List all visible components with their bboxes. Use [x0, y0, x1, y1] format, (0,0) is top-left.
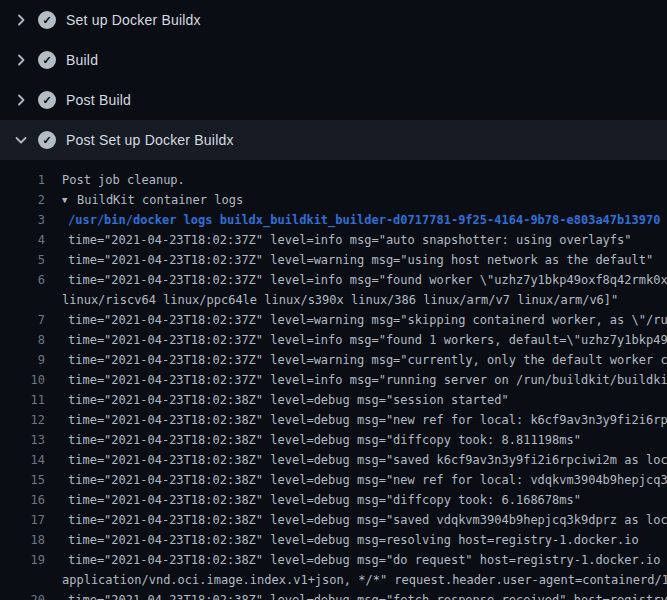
log-text: time="2021-04-23T18:02:38Z" level=debug … [68, 550, 667, 570]
check-circle-icon: ✓ [38, 131, 56, 149]
log-text: time="2021-04-23T18:02:38Z" level=debug … [68, 530, 639, 550]
line-number[interactable]: 8 [0, 330, 45, 350]
line-number[interactable]: 9 [0, 350, 45, 370]
step-header-post-setup-docker-buildx[interactable]: ✓Post Set up Docker Buildx [0, 120, 667, 160]
log-line: 15time="2021-04-23T18:02:38Z" level=debu… [0, 470, 667, 490]
log-line: 17time="2021-04-23T18:02:38Z" level=debu… [0, 510, 667, 530]
chevron-right-icon[interactable] [13, 12, 29, 28]
log-text: ▼BuildKit container logs [62, 190, 243, 210]
log-text: time="2021-04-23T18:02:38Z" level=debug … [68, 590, 667, 600]
log-text: time="2021-04-23T18:02:38Z" level=debug … [68, 410, 667, 430]
line-number[interactable]: 16 [0, 490, 45, 510]
log-text: time="2021-04-23T18:02:37Z" level=info m… [68, 270, 667, 290]
log-text: time="2021-04-23T18:02:38Z" level=debug … [68, 430, 581, 450]
log-text: time="2021-04-23T18:02:38Z" level=debug … [68, 450, 667, 470]
log-line: 5time="2021-04-23T18:02:37Z" level=warni… [0, 250, 667, 270]
check-circle-icon: ✓ [38, 11, 56, 29]
line-number[interactable]: 18 [0, 530, 45, 550]
step-title: Post Build [66, 92, 131, 108]
log-command-text: /usr/bin/docker logs buildx_buildkit_bui… [68, 210, 660, 230]
log-line: 9time="2021-04-23T18:02:37Z" level=warni… [0, 350, 667, 370]
step-log-output: 1Post job cleanup.2▼BuildKit container l… [0, 160, 667, 600]
chevron-right-icon[interactable] [13, 52, 29, 68]
log-line: 8time="2021-04-23T18:02:37Z" level=info … [0, 330, 667, 350]
log-text: time="2021-04-23T18:02:38Z" level=debug … [68, 470, 667, 490]
line-number[interactable]: 1 [0, 170, 45, 190]
line-number[interactable]: 12 [0, 410, 45, 430]
log-line: 11time="2021-04-23T18:02:38Z" level=debu… [0, 390, 667, 410]
line-number[interactable]: 11 [0, 390, 45, 410]
log-line: 2▼BuildKit container logs [0, 190, 667, 210]
triangle-down-icon[interactable]: ▼ [62, 190, 77, 210]
log-line: 10time="2021-04-23T18:02:37Z" level=info… [0, 370, 667, 390]
log-line: 3/usr/bin/docker logs buildx_buildkit_bu… [0, 210, 667, 230]
log-text: time="2021-04-23T18:02:37Z" level=info m… [68, 370, 667, 390]
line-number[interactable]: 6 [0, 270, 45, 290]
step-title: Post Set up Docker Buildx [66, 132, 234, 148]
log-line: 7time="2021-04-23T18:02:37Z" level=warni… [0, 310, 667, 330]
log-text: application/vnd.oci.image.index.v1+json,… [62, 570, 667, 590]
step-header-post-build[interactable]: ✓Post Build [0, 80, 667, 120]
line-number [0, 570, 45, 590]
line-number[interactable]: 10 [0, 370, 45, 390]
log-line: 1Post job cleanup. [0, 170, 667, 190]
line-number[interactable]: 14 [0, 450, 45, 470]
line-number[interactable]: 4 [0, 230, 45, 250]
log-text: time="2021-04-23T18:02:38Z" level=debug … [68, 390, 509, 410]
log-line: 19time="2021-04-23T18:02:38Z" level=debu… [0, 550, 667, 570]
log-line: 6time="2021-04-23T18:02:37Z" level=info … [0, 270, 667, 290]
line-number[interactable]: 3 [0, 210, 45, 230]
line-number[interactable]: 2 [0, 190, 45, 210]
log-line: 14time="2021-04-23T18:02:38Z" level=debu… [0, 450, 667, 470]
chevron-right-icon[interactable] [13, 92, 29, 108]
line-number[interactable]: 13 [0, 430, 45, 450]
log-line: 18time="2021-04-23T18:02:38Z" level=debu… [0, 530, 667, 550]
log-text: time="2021-04-23T18:02:38Z" level=debug … [68, 510, 667, 530]
log-text: time="2021-04-23T18:02:37Z" level=info m… [68, 230, 632, 250]
log-line: 4time="2021-04-23T18:02:37Z" level=info … [0, 230, 667, 250]
log-group-label[interactable]: BuildKit container logs [77, 193, 243, 207]
log-text: time="2021-04-23T18:02:37Z" level=warnin… [68, 350, 667, 370]
step-header-build[interactable]: ✓Build [0, 40, 667, 80]
line-number[interactable]: 7 [0, 310, 45, 330]
log-text: time="2021-04-23T18:02:37Z" level=warnin… [68, 310, 667, 330]
step-title: Set up Docker Buildx [66, 12, 201, 28]
log-line-continuation: linux/riscv64 linux/ppc64le linux/s390x … [0, 290, 667, 310]
log-text: time="2021-04-23T18:02:37Z" level=warnin… [68, 250, 653, 270]
log-line: 20time="2021-04-23T18:02:38Z" level=debu… [0, 590, 667, 600]
line-number[interactable]: 5 [0, 250, 45, 270]
log-text: time="2021-04-23T18:02:38Z" level=debug … [68, 490, 581, 510]
job-steps-list: ✓Set up Docker Buildx✓Build✓Post Build✓P… [0, 0, 667, 160]
line-number[interactable]: 17 [0, 510, 45, 530]
check-circle-icon: ✓ [38, 91, 56, 109]
line-number[interactable]: 20 [0, 590, 45, 600]
log-text: time="2021-04-23T18:02:37Z" level=info m… [68, 330, 667, 350]
chevron-down-icon[interactable] [13, 132, 29, 148]
log-line-continuation: application/vnd.oci.image.index.v1+json,… [0, 570, 667, 590]
log-text: Post job cleanup. [62, 170, 185, 190]
log-line: 12time="2021-04-23T18:02:38Z" level=debu… [0, 410, 667, 430]
line-number [0, 290, 45, 310]
step-header-setup-docker-buildx[interactable]: ✓Set up Docker Buildx [0, 0, 667, 40]
log-line: 16time="2021-04-23T18:02:38Z" level=debu… [0, 490, 667, 510]
line-number[interactable]: 15 [0, 470, 45, 490]
step-title: Build [66, 52, 98, 68]
log-text: linux/riscv64 linux/ppc64le linux/s390x … [62, 290, 618, 310]
line-number[interactable]: 19 [0, 550, 45, 570]
log-line: 13time="2021-04-23T18:02:38Z" level=debu… [0, 430, 667, 450]
check-circle-icon: ✓ [38, 51, 56, 69]
